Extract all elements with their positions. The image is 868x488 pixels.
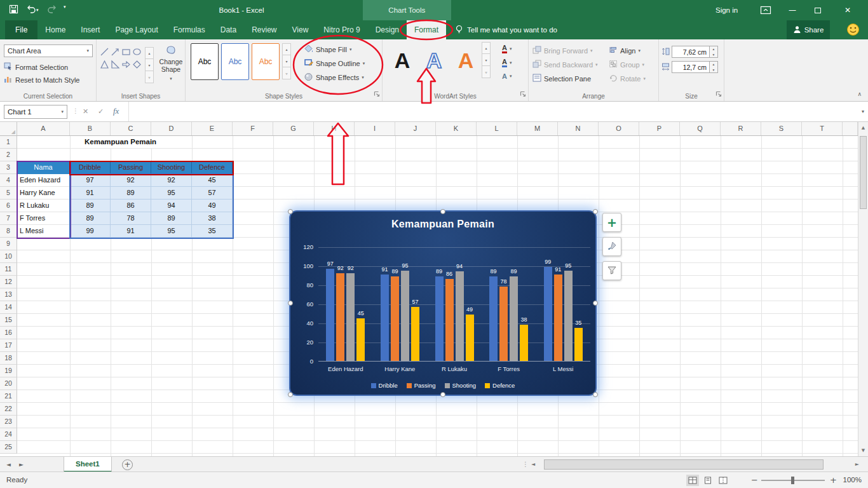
cancel-icon[interactable]: ✕ <box>83 107 88 116</box>
text-fill-button[interactable]: A ▾ <box>502 44 512 53</box>
table-header-passing[interactable]: Passing <box>111 161 151 174</box>
row-header-9[interactable]: 9 <box>0 238 17 250</box>
shape-oval-icon[interactable] <box>132 47 143 60</box>
text-effects-button[interactable]: A ▾ <box>502 72 512 80</box>
table-cell-name[interactable]: F Torres <box>17 212 70 225</box>
page-layout-view-button[interactable] <box>702 475 714 486</box>
wordart-preview-3[interactable]: A <box>451 42 480 79</box>
align-button[interactable]: Align ▾ <box>609 46 641 55</box>
row-header-7[interactable]: 7 <box>0 212 17 225</box>
row-header-21[interactable]: 21 <box>0 390 17 403</box>
minimize-button[interactable]: — <box>780 0 804 20</box>
scroll-right-icon[interactable]: ► <box>855 457 859 472</box>
tab-view[interactable]: View <box>285 20 316 39</box>
scroll-up-icon[interactable]: ▴ <box>282 43 291 55</box>
shape-line-icon[interactable] <box>100 47 111 60</box>
table-cell-value[interactable]: 38 <box>192 212 233 225</box>
chart-selection-handle[interactable] <box>593 392 598 397</box>
row-header-23[interactable]: 23 <box>0 416 17 428</box>
tab-design[interactable]: Design <box>368 20 407 39</box>
column-header-M[interactable]: M <box>517 122 558 135</box>
column-header-P[interactable]: P <box>639 122 680 135</box>
insert-function-button[interactable]: fx <box>113 106 119 116</box>
table-header-shooting[interactable]: Shooting <box>151 161 192 174</box>
enter-icon[interactable]: ✓ <box>98 107 104 116</box>
chart-selection-handle[interactable] <box>440 392 445 397</box>
close-button[interactable]: ✕ <box>834 0 862 20</box>
column-header-S[interactable]: S <box>761 122 802 135</box>
shape-width-input[interactable]: 12,7 cm <box>672 61 710 73</box>
shape-width-stepper[interactable]: ▴▾ <box>710 61 718 73</box>
shape-height-stepper[interactable]: ▴▾ <box>710 46 718 58</box>
column-header-R[interactable]: R <box>721 122 761 135</box>
maximize-button[interactable] <box>806 0 830 20</box>
scroll-down-icon[interactable]: ▾ <box>482 54 491 66</box>
page-break-view-button[interactable] <box>717 475 729 486</box>
ribbon-display-options-button[interactable] <box>760 5 771 15</box>
column-header-D[interactable]: D <box>151 122 192 135</box>
table-cell-value[interactable]: 91 <box>111 225 151 238</box>
shape-block-arrow-icon[interactable] <box>121 60 132 72</box>
shape-style-preview-2[interactable]: Abc <box>221 43 249 80</box>
shape-styles-scrollbar[interactable]: ▴ ▾ ▿ <box>282 43 291 79</box>
scroll-down-icon[interactable]: ▼ <box>858 445 868 456</box>
column-header-L[interactable]: L <box>477 122 517 135</box>
table-cell-name[interactable]: R Lukaku <box>17 200 70 212</box>
table-cell-value[interactable]: 92 <box>151 174 192 187</box>
table-cell-value[interactable]: 45 <box>192 174 233 187</box>
undo-dropdown-icon[interactable]: ▾ <box>36 8 39 13</box>
row-header-2[interactable]: 2 <box>0 149 17 161</box>
table-header-nama[interactable]: Nama <box>17 161 70 174</box>
table-cell-value[interactable]: 89 <box>151 212 192 225</box>
row-header-13[interactable]: 13 <box>0 288 17 301</box>
shape-right-triangle-icon[interactable] <box>111 60 121 72</box>
chart-selection-handle[interactable] <box>288 392 293 397</box>
table-cell-name[interactable]: Eden Hazard <box>17 174 70 187</box>
row-header-25[interactable]: 25 <box>0 441 17 454</box>
table-cell-value[interactable]: 35 <box>192 225 233 238</box>
table-cell-value[interactable]: 57 <box>192 187 233 200</box>
chart-filters-button[interactable] <box>602 261 621 280</box>
row-header-16[interactable]: 16 <box>0 327 17 339</box>
chart-elements-selector[interactable]: Chart Area ▾ <box>4 44 93 57</box>
table-header-dribble[interactable]: Dribble <box>70 161 111 174</box>
feedback-smiley-icon[interactable] <box>846 23 860 38</box>
row-header-15[interactable]: 15 <box>0 314 17 327</box>
scroll-left-icon[interactable]: ◄ <box>531 457 535 472</box>
shape-arrow-icon[interactable] <box>111 47 121 60</box>
chart-selection-handle[interactable] <box>288 209 293 214</box>
shape-effects-button[interactable]: Shape Effects ▾ <box>304 72 364 83</box>
table-cell-value[interactable]: 94 <box>151 200 192 212</box>
rotate-button[interactable]: Rotate ▾ <box>609 74 646 83</box>
row-header-1[interactable]: 1 <box>0 136 17 149</box>
shape-outline-button[interactable]: Shape Outline ▾ <box>304 58 365 69</box>
chart[interactable]: Kemampuan Pemain 020406080100120 9792924… <box>289 210 597 396</box>
column-header-C[interactable]: C <box>111 122 151 135</box>
group-button[interactable]: Group ▾ <box>609 60 644 69</box>
row-header-22[interactable]: 22 <box>0 403 17 416</box>
row-header-10[interactable]: 10 <box>0 250 17 263</box>
chart-elements-button[interactable]: + <box>602 213 621 232</box>
column-header-N[interactable]: N <box>558 122 599 135</box>
zoom-slider-thumb[interactable] <box>791 477 794 484</box>
shape-style-preview-3[interactable]: Abc <box>252 43 280 80</box>
row-header-17[interactable]: 17 <box>0 339 17 352</box>
column-header-J[interactable]: J <box>395 122 436 135</box>
shape-triangle-icon[interactable] <box>100 60 111 72</box>
table-cell-value[interactable]: 99 <box>70 225 111 238</box>
wordart-preview-2[interactable]: A <box>419 42 449 79</box>
column-header-H[interactable]: H <box>314 122 355 135</box>
column-header-G[interactable]: G <box>273 122 314 135</box>
cell-sheet-title[interactable]: Kemampuan Pemain <box>85 136 180 148</box>
redo-button[interactable] <box>47 4 57 15</box>
column-header-T[interactable]: T <box>802 122 843 135</box>
row-header-8[interactable]: 8 <box>0 225 17 238</box>
send-backward-button[interactable]: Send Backward ▾ <box>532 60 598 69</box>
scroll-up-icon[interactable]: ▲ <box>858 122 868 133</box>
chart-selection-handle[interactable] <box>440 209 445 214</box>
chart-selection-handle[interactable] <box>288 301 293 306</box>
formula-bar-input[interactable] <box>128 102 854 121</box>
chart-selection-handle[interactable] <box>593 209 598 214</box>
bring-forward-button[interactable]: Bring Forward ▾ <box>532 46 593 55</box>
row-header-18[interactable]: 18 <box>0 352 17 365</box>
